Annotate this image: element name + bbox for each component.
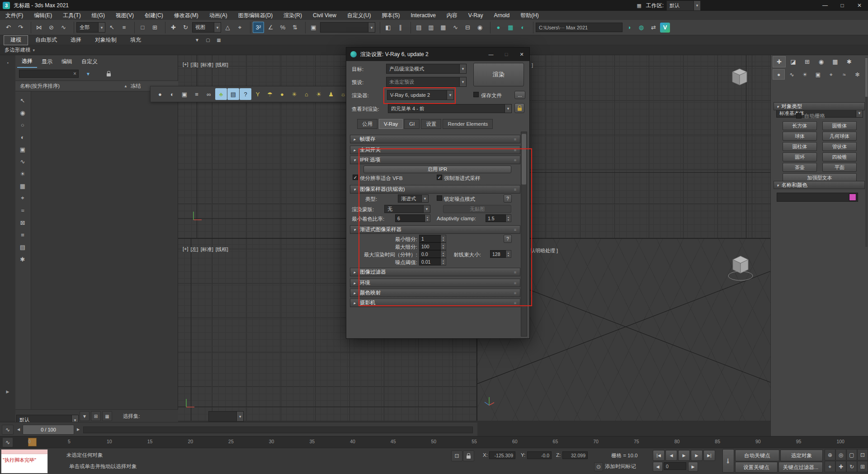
save-file-browse-button[interactable]: ... [514,91,525,99]
help-button[interactable]: ? [504,194,512,203]
render-button[interactable]: 渲染 [473,63,524,86]
x-coordinate-field[interactable]: -125.309 [489,451,515,459]
preset-dropdown[interactable]: 未选定预设 [386,77,467,87]
display-geometry-icon[interactable]: ● [154,88,166,100]
undo-icon[interactable]: ↶ [3,22,14,33]
layer-explorer-toggle-icon[interactable]: ▥ [425,22,437,33]
person-icon[interactable]: ♟ [325,88,337,100]
scene-explorer-toggle-icon[interactable]: ▤ [413,22,425,33]
play-button[interactable]: ▶ [678,450,690,461]
orbit-icon[interactable]: ↻ [846,461,857,472]
layers-view-icon[interactable]: ▤ [17,241,28,253]
set-keys-button[interactable]: ⊸ [722,449,734,473]
workspace-dropdown[interactable]: 默认 [666,0,701,11]
frame-buffer-rollout[interactable]: ▸帧缓存≡ [350,135,520,143]
next-key-icon[interactable]: ▶ [688,462,698,472]
menubar-item[interactable]: Interactive [405,11,441,20]
rendered-frame-window-icon[interactable]: ▦ [505,22,516,33]
select-and-rotate-icon[interactable]: ↻ [180,22,191,33]
viewcube[interactable] [729,67,750,90]
maximize-viewport-toggle-icon[interactable]: ⊞ [857,461,868,472]
render-setup-icon[interactable]: ● [493,22,504,33]
min-subdivs-spinner[interactable]: 1▴▾ [419,235,446,242]
spinner-arrows[interactable]: ▴▾ [441,258,446,265]
viewport-label-segment[interactable]: [线框] [216,62,228,68]
helpers-filter-icon[interactable]: ⌖ [17,192,28,204]
key-filters-button[interactable]: 关键点过滤器... [778,462,823,473]
select-and-move-icon[interactable]: ✚ [168,22,179,33]
menubar-item[interactable]: 渲染(R) [278,11,307,20]
help-button[interactable]: ? [504,235,512,243]
object-type-button[interactable]: 管状体 [822,142,857,151]
help-icon[interactable]: ? [240,88,251,100]
go-to-end-button[interactable]: ▶| [703,450,715,461]
auto-key-button[interactable]: 自动关键点 [735,450,779,461]
fit-resolution-checkbox[interactable] [353,175,358,180]
curve-editor-icon[interactable]: ∿ [450,22,461,33]
mini-curve-editor-icon[interactable]: ∿ [2,425,14,435]
object-type-button[interactable]: 几何球体 [822,132,857,141]
utilities-tab-icon[interactable]: ✱ [843,56,856,67]
camera-rollout[interactable]: ▸摄影机≡ [350,299,520,307]
time-tag-icon[interactable]: ⊙ [594,462,603,471]
menubar-item[interactable]: 自定义(U) [342,11,377,20]
zoom-extents-icon[interactable]: ▢ [846,449,857,460]
explorer-settings-icon[interactable]: ✱ [17,253,28,265]
spot-light-icon[interactable]: ☀ [313,88,325,100]
render-production-icon[interactable]: ◐ [517,22,528,33]
lock-explorer-icon[interactable]: ⊠ [17,217,28,228]
lights-category-icon[interactable]: ☀ [799,69,811,80]
render-preset-icon[interactable]: ◑ [623,22,635,33]
object-type-button[interactable]: 圆锥体 [822,121,857,130]
object-type-button[interactable]: 圆柱体 [783,142,817,151]
modify-tab-icon[interactable]: ◪ [787,56,800,67]
explorer-tab-edit[interactable]: 编辑 [57,56,77,67]
minimize-button[interactable]: — [816,0,834,11]
ray-bundle-spinner[interactable]: 128▴▾ [490,250,511,258]
use-pivot-point-icon[interactable]: ⌖ [234,22,245,33]
object-name-field[interactable] [777,193,858,202]
image-filter-rollout[interactable]: ▸图像过滤器≡ [350,268,520,276]
search-input[interactable]: × [19,70,79,78]
menubar-item[interactable]: 工具(T) [57,11,86,20]
display-invert-icon[interactable]: ◐ [17,131,28,143]
y-coordinate-field[interactable]: -0.0 [527,451,552,459]
dialog-tab-settings[interactable]: 设置 [421,119,441,129]
selection-filter-dropdown[interactable]: 全部 [76,22,105,33]
select-and-scale-icon[interactable]: △ [222,22,233,33]
gear-light-icon[interactable]: ✳ [288,88,300,100]
dialog-tab-vray[interactable]: V-Ray [379,119,403,129]
previous-frame-button[interactable]: ◀ [665,450,677,461]
object-type-button[interactable]: 四棱锥 [822,152,857,161]
spinner-arrows[interactable]: ▴▾ [441,250,446,258]
current-frame-field[interactable]: 0 [664,462,686,470]
color-mapping-rollout[interactable]: ▸颜色映射≡ [350,289,520,297]
dialog-scrollbar[interactable] [521,132,527,337]
spinner-arrows[interactable]: ▴▾ [506,250,511,258]
ribbon-tab-freeform[interactable]: 自由形式 [29,36,63,45]
align-icon[interactable]: ∥ [395,22,406,33]
add-time-tag-button[interactable]: 添加时间标记 [605,463,636,470]
force-progressive-checkbox[interactable] [437,175,442,180]
ipr-options-rollout[interactable]: ▾IPR 选项≡ [350,156,520,164]
cameras-filter-icon[interactable]: ▦ [17,180,28,192]
set-key-button[interactable]: 设置关键点 [735,462,778,473]
space-warps-category-icon[interactable]: ≈ [838,69,850,80]
menubar-item[interactable]: 脚本(S) [376,11,405,20]
previous-frame-slider-icon[interactable]: ◀ [15,426,22,433]
close-button[interactable]: ✕ [851,0,868,11]
viewcube[interactable] [727,252,754,284]
expand-panel-icon[interactable]: ▶ [4,388,12,396]
selection-set-list-icon[interactable]: ▦ [102,411,112,421]
angle-snap-icon[interactable]: ∠ [265,22,276,33]
panel-scrollbar[interactable] [865,57,868,247]
select-filter-icon[interactable]: ↖ [17,95,28,106]
explorer-tab-display[interactable]: 显示 [37,56,57,67]
display-spheres-icon[interactable]: ◐ [166,88,178,100]
hierarchy-tab-icon[interactable]: ⊞ [801,56,814,67]
object-type-button[interactable]: 茶壶 [783,163,817,172]
ribbon-panel-icon[interactable]: ▦ [214,36,223,44]
umbrella-light-icon[interactable]: ☂ [264,88,276,100]
field-of-view-icon[interactable]: ⌖ [825,461,835,472]
percent-snap-icon[interactable]: % [277,22,288,33]
